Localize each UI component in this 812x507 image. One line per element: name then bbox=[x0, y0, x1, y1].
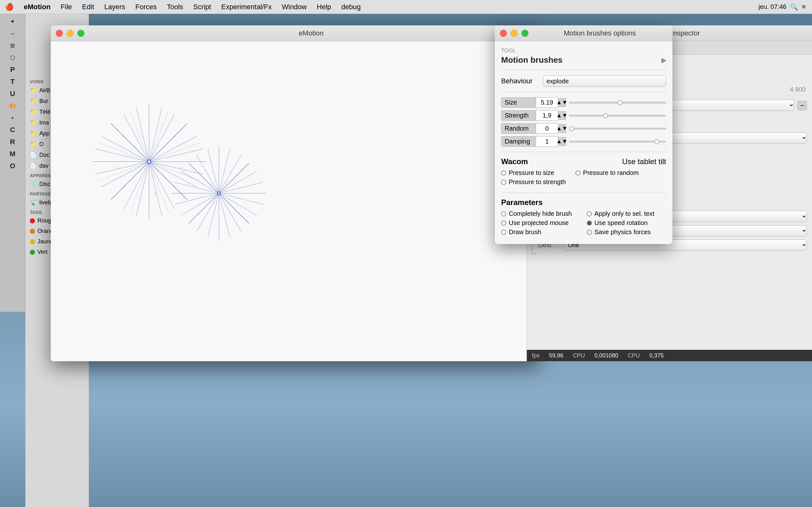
airb-icon: 📁 bbox=[30, 87, 37, 94]
svg-point-45 bbox=[158, 206, 159, 206]
tool-rect[interactable]: ▪ bbox=[3, 112, 23, 124]
hide-brush-radio[interactable] bbox=[501, 211, 506, 216]
menu-emotion[interactable]: eMotion bbox=[19, 3, 55, 11]
minimize-button[interactable] bbox=[67, 30, 73, 37]
tool-select[interactable]: ✦ bbox=[3, 16, 23, 27]
size-thumb[interactable] bbox=[618, 100, 623, 105]
tool-p[interactable]: P bbox=[3, 64, 23, 75]
pressure-strength-radio[interactable] bbox=[501, 180, 506, 185]
tool-r[interactable]: R bbox=[3, 136, 23, 148]
draw-brush-radio[interactable] bbox=[501, 230, 506, 235]
menu-help[interactable]: Help bbox=[312, 3, 336, 11]
menu-script[interactable]: Script bbox=[188, 3, 216, 11]
svg-point-50 bbox=[196, 158, 197, 159]
tool-transform[interactable]: ↔ bbox=[3, 28, 23, 39]
menu-edit[interactable]: Edit bbox=[77, 3, 99, 11]
tool-name-arrow-icon: ▶ bbox=[661, 56, 666, 64]
bur-icon: 📁 bbox=[30, 98, 37, 105]
menu-experimental[interactable]: Experimental/Fx bbox=[216, 3, 277, 11]
syphon-minus-button[interactable]: − bbox=[798, 101, 807, 110]
projected-mouse-row: Use projected mouse bbox=[501, 219, 580, 227]
svg-point-38 bbox=[123, 135, 124, 137]
cpu2-value: 0,375 bbox=[649, 352, 664, 359]
strength-arrows[interactable]: ▲▼ bbox=[558, 111, 566, 120]
tool-m[interactable]: M bbox=[3, 148, 23, 160]
pressure-strength-label: Pressure to strength bbox=[509, 178, 566, 186]
random-track[interactable] bbox=[569, 128, 666, 130]
menu-window[interactable]: Window bbox=[277, 3, 312, 11]
ima-icon: 📁 bbox=[30, 119, 37, 126]
projected-mouse-radio[interactable] bbox=[501, 221, 506, 226]
damping-thumb[interactable] bbox=[654, 139, 659, 144]
draw-brush-label: Draw brush bbox=[509, 228, 541, 236]
menubar-search-icon[interactable]: 🔍 bbox=[790, 3, 798, 11]
tool-name: Motion brushes ▶ bbox=[501, 55, 666, 65]
damping-arrows[interactable]: ▲▼ bbox=[558, 137, 566, 146]
svg-point-36 bbox=[123, 186, 124, 187]
menu-tools[interactable]: Tools bbox=[162, 3, 188, 11]
motion-brushes-window: Motion brushes options TOOL Motion brush… bbox=[495, 25, 672, 244]
apply-sel-text-radio[interactable] bbox=[587, 211, 592, 216]
tool-o[interactable]: O bbox=[3, 160, 23, 172]
menubar-menu-icon[interactable]: ≡ bbox=[802, 3, 806, 10]
tool-text[interactable]: T bbox=[3, 76, 23, 88]
apple-menu[interactable]: 🍎 bbox=[0, 3, 19, 11]
motion-titlebar: Motion brushes options bbox=[495, 25, 672, 41]
cpu-label: CPU bbox=[573, 352, 585, 359]
speed-rotation-label: Use speed rotation bbox=[595, 219, 648, 227]
tool-color[interactable]: 🎨 bbox=[3, 100, 23, 112]
menu-forces[interactable]: Forces bbox=[131, 3, 162, 11]
pressure-random-radio[interactable] bbox=[575, 170, 580, 176]
size-track[interactable] bbox=[569, 102, 666, 104]
motion-minimize-button[interactable] bbox=[511, 30, 518, 37]
maximize-button[interactable] bbox=[78, 30, 84, 37]
sliders-container: Size 5.19 ▲▼ Strength 1,9 ▲▼ Random 0 bbox=[501, 97, 666, 147]
strength-track[interactable] bbox=[569, 115, 666, 117]
menu-layers[interactable]: Layers bbox=[99, 3, 131, 11]
svg-point-41 bbox=[165, 203, 165, 204]
tool-u[interactable]: U bbox=[3, 88, 23, 100]
svg-point-42 bbox=[196, 164, 197, 165]
menu-file[interactable]: File bbox=[55, 3, 77, 11]
random-arrows[interactable]: ▲▼ bbox=[558, 124, 566, 133]
size-arrows[interactable]: ▲▼ bbox=[558, 98, 566, 107]
motion-maximize-button[interactable] bbox=[521, 30, 528, 37]
svg-point-37 bbox=[117, 167, 118, 169]
random-label: Random bbox=[501, 123, 536, 134]
strength-thumb[interactable] bbox=[603, 113, 608, 118]
fps-label: fps bbox=[532, 352, 540, 359]
menubar-right: jeu. 07:46 🔍 ≡ bbox=[758, 3, 812, 11]
strength-label: Strength bbox=[501, 110, 536, 121]
projected-mouse-label: Use projected mouse bbox=[509, 219, 569, 227]
tool-c[interactable]: C bbox=[3, 124, 23, 135]
emotion-window-title: eMotion bbox=[88, 29, 534, 38]
pressure-size-radio[interactable] bbox=[501, 170, 506, 176]
svg-point-44 bbox=[152, 209, 153, 210]
tool-shape[interactable]: ⬡ bbox=[3, 52, 23, 63]
canvas-area[interactable] bbox=[51, 41, 539, 361]
wacom-section: Wacom Use tablet tilt Pressure to size P… bbox=[501, 157, 666, 187]
damping-track[interactable] bbox=[569, 141, 666, 143]
tool-grid[interactable]: ⊞ bbox=[3, 40, 23, 51]
divider-3 bbox=[501, 152, 666, 152]
menubar: 🍎 eMotion File Edit Layers Forces Tools … bbox=[0, 0, 812, 14]
save-physics-radio[interactable] bbox=[587, 230, 592, 235]
behaviour-select[interactable]: explode bbox=[543, 75, 666, 87]
pressure-strength-row: Pressure to strength bbox=[501, 178, 566, 186]
motion-close-button[interactable] bbox=[500, 30, 507, 37]
livebox-icon: 📡 bbox=[30, 199, 37, 206]
apply-sel-text-row: Apply only to sel. text bbox=[587, 210, 666, 217]
random-thumb[interactable] bbox=[569, 126, 574, 131]
tool-label: TOOL bbox=[501, 48, 666, 54]
menu-debug[interactable]: debug bbox=[336, 3, 366, 11]
close-button[interactable] bbox=[56, 30, 63, 37]
speed-rotation-radio[interactable] bbox=[587, 221, 592, 226]
params-right: Apply only to sel. text Use speed rotati… bbox=[587, 210, 666, 238]
damping-value: 1 bbox=[536, 136, 558, 147]
vert-label: Vert bbox=[38, 249, 48, 256]
vert-dot bbox=[30, 250, 35, 255]
parameters-title: Parameters bbox=[501, 198, 666, 207]
behaviour-label: Behaviour bbox=[501, 77, 539, 85]
o-icon: 📁 bbox=[30, 141, 37, 148]
random-value: 0 bbox=[536, 123, 558, 134]
